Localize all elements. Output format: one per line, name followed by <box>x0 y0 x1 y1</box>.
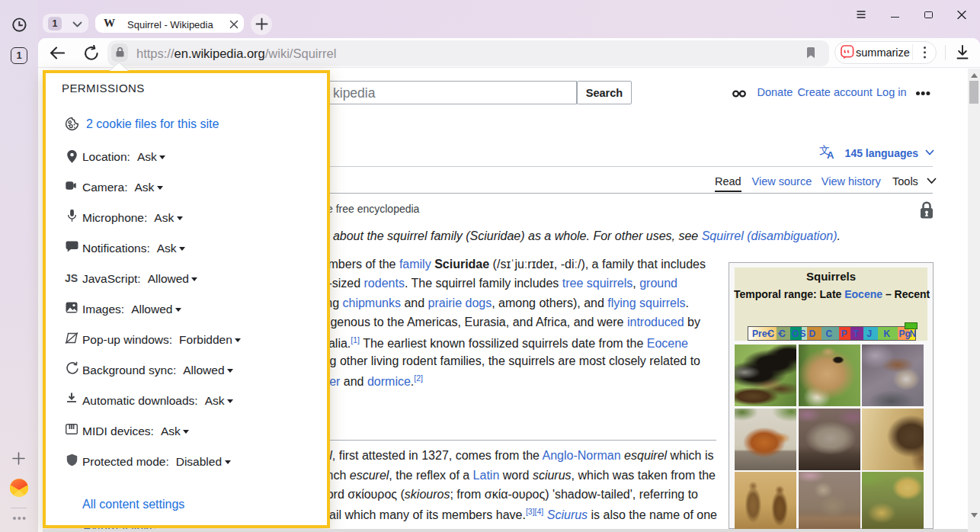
svg-text:A: A <box>827 149 834 159</box>
